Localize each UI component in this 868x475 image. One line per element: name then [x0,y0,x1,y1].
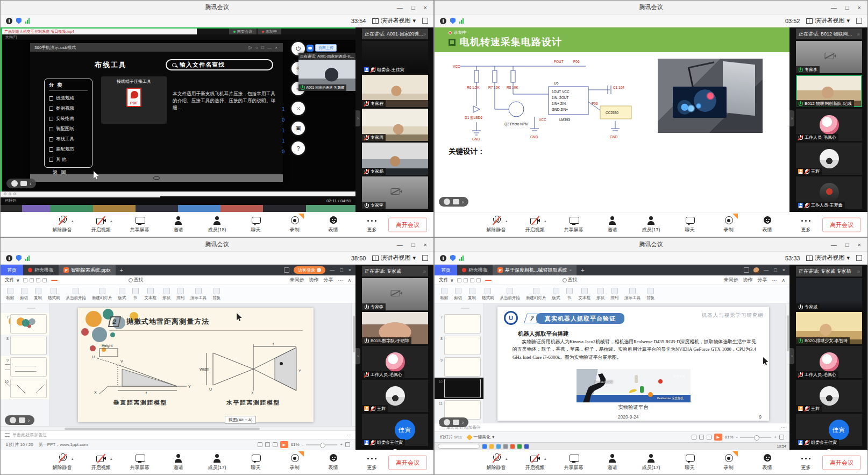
toolbar-button[interactable]: ▴ 成员(17) [639,216,664,233]
window-titlebar[interactable]: 腾讯会议 —□× [435,238,867,252]
toolbar-button[interactable]: ▴ 成员(17) [205,453,230,471]
wps-maximize[interactable]: □ [774,267,777,273]
share-button[interactable]: 分享 [757,277,767,283]
notes-more-icon[interactable]: ⋯ [347,433,351,437]
account-avatar[interactable] [753,267,759,273]
slide-thumbnail[interactable] [444,314,481,334]
window-switch-icon[interactable] [284,267,289,273]
toolbar-button[interactable]: ▴ 共享屏幕 [127,216,152,233]
participant-tile[interactable]: B012 物联网创新队-纪彧 [796,75,862,107]
chat-icon[interactable] [19,417,25,423]
menu-tab[interactable] [66,280,73,281]
slide-thumbnail-row[interactable]: 7 [1,313,49,335]
quick-access-icons[interactable] [23,278,47,282]
caret-icon[interactable]: ▴ [506,219,508,223]
maximize-button[interactable]: □ [411,4,415,11]
toolbar-button[interactable]: ▴ 开启视频 [523,216,547,233]
ribbon-button[interactable]: 粘贴 [440,288,448,301]
slide-thumbnail-row[interactable]: 8 [1,335,49,356]
shield-icon[interactable] [450,18,456,24]
new-tab-button[interactable]: + [116,267,127,273]
maximize-button[interactable]: □ [845,4,849,11]
participant-tile[interactable]: 王辉 [362,380,428,412]
video-player-bar[interactable]: 已解码 02:11 / 04:51 [1,196,355,205]
participant-tile[interactable]: 专家李 [796,41,862,73]
caret-icon[interactable]: ▴ [544,219,546,223]
search-input[interactable]: 输入文件名查找 [166,59,273,70]
menu-tab[interactable] [553,280,559,281]
ribbon-button[interactable]: 从当前开始 [66,288,87,301]
find-button[interactable]: 查找 [563,277,578,283]
slide-thumbnail[interactable] [10,379,47,398]
toolbar-button[interactable]: ▴ 聊天 [244,216,268,233]
slide-thumbnail[interactable] [10,314,47,334]
player-menu[interactable]: 文件(F) [1,34,355,40]
tab-recording[interactable]: 录制中 [258,29,281,34]
participant-tile[interactable]: 工作人员-毛佩心 [796,346,862,378]
reaction-pill[interactable]: › [439,197,468,207]
speaker-view-button[interactable]: 演讲者视图▾ [372,254,416,262]
ribbon-button[interactable]: 新建幻灯片 [526,288,546,301]
slide-thumbnail-row[interactable]: 10 [435,378,483,399]
sidebar-collapse-handle[interactable]: › [355,110,360,126]
zoom-in-button[interactable]: + [340,442,343,447]
minimize-button[interactable]: — [397,4,403,11]
info-icon[interactable] [6,18,12,24]
menu-tab[interactable] [104,280,110,281]
participant-tile[interactable]: 专家戚 [796,278,862,310]
close-button[interactable]: × [858,4,861,11]
fullscreen-icon[interactable] [856,18,862,24]
toolbar-button[interactable]: ▴ 录制 [716,453,741,471]
view-grid-icon[interactable] [699,435,704,439]
participant-tile[interactable]: 专家杨 [362,143,428,175]
zoom-out-button[interactable]: - [302,442,304,447]
menu-tab[interactable] [493,280,499,281]
caret-icon[interactable]: ▴ [72,219,74,223]
wps-close[interactable]: × [348,267,351,273]
shield-icon[interactable] [16,255,22,261]
view-normal-icon[interactable] [258,442,262,447]
maximize-button[interactable]: □ [845,242,849,248]
participant-tile[interactable]: 专家程 [362,75,428,107]
collapse-ribbon-icon[interactable]: ∧ [781,278,785,283]
ribbon-button[interactable]: 版式 [552,288,560,301]
collaborate-button[interactable]: 协作 [309,277,318,283]
panel-tab[interactable] [449,308,458,309]
menu-tab[interactable] [545,280,552,281]
toolbar-button[interactable]: ▴ 解除静音 [50,216,75,233]
toolbar-button[interactable]: ▴ 共享屏幕 [561,453,586,471]
sidebar-collapse-handle[interactable]: › [355,348,360,364]
speaker-view-button[interactable]: 演讲者视图▾ [806,254,850,262]
category-item[interactable]: 装配图纸 [49,124,88,134]
slide-thumbnail[interactable] [444,379,481,398]
collapse-icon[interactable]: › [30,181,31,187]
toolbar-button[interactable]: ▴ 表情 [321,216,346,233]
menu-tab[interactable] [74,280,80,281]
windows-taskbar[interactable]: 10:54 [435,442,789,450]
toolbar-button[interactable]: ▴ 解除静音 [484,453,509,471]
ribbon-button[interactable]: 文本框 [579,288,591,301]
collapse-icon[interactable]: › [462,199,464,205]
phone-demo-controls[interactable]: ▷ ○ □ — × [249,45,279,50]
close-button[interactable]: × [424,242,427,248]
emoji-icon[interactable] [10,417,16,423]
menu-tab[interactable] [485,280,492,281]
toolbar-button[interactable]: ▴ 邀请 [600,216,625,233]
slide-thumbnail-row[interactable]: 9 [1,356,49,378]
wps-tab-home[interactable]: 首页 [1,265,23,275]
ribbon-button[interactable]: 形状 [162,288,170,301]
sidebar-collapse-handle[interactable]: › [789,110,794,126]
nav-bar[interactable] [30,174,283,182]
more-menu-icon[interactable]: ⋯ [772,278,777,283]
slide-thumbnail[interactable] [10,357,47,377]
menu-tab[interactable] [111,280,118,281]
toolbar-button[interactable]: ▴ 成员(18) [205,216,230,233]
window-titlebar[interactable]: 腾讯会议 —□× [435,1,867,15]
close-button[interactable]: × [858,242,861,248]
panel-tab[interactable] [27,308,35,309]
video-filmstrip[interactable] [1,205,355,212]
leave-meeting-button[interactable]: 离开会议 [822,455,861,470]
category-item[interactable]: 案例视频 [49,103,88,114]
minimize-button[interactable]: — [831,4,837,11]
category-item[interactable]: 其 他 [49,154,88,165]
